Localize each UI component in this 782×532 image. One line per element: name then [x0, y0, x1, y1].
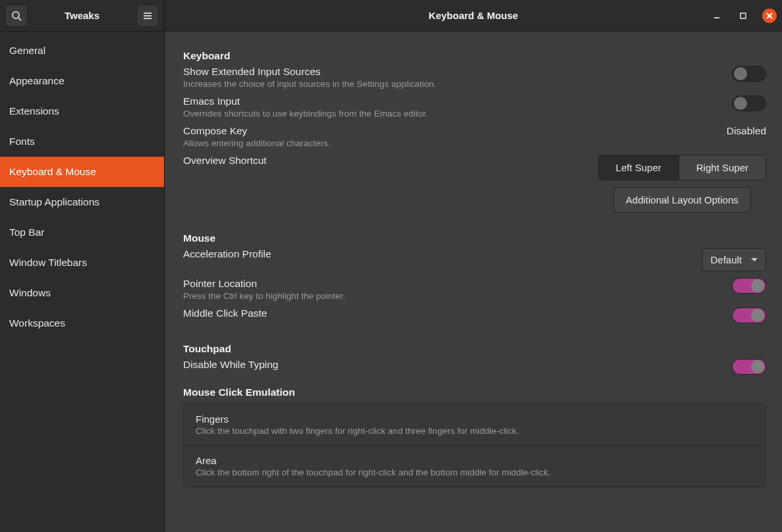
app-title: Tweaks: [33, 10, 131, 21]
pointer-location-switch[interactable]: [732, 278, 766, 294]
section-keyboard-title: Keyboard: [183, 50, 766, 62]
extended-input-sources-title: Show Extended Input Sources: [183, 66, 721, 78]
pointer-location-title: Pointer Location: [183, 278, 721, 290]
chevron-down-icon: [751, 258, 758, 261]
middle-click-paste-switch[interactable]: [732, 307, 766, 323]
click-emulation-option-desc: Click the bottom right of the touchpad f…: [196, 467, 754, 477]
click-emulation-fingers[interactable]: FingersClick the touchpad with two finge…: [184, 404, 766, 446]
middle-click-paste-title: Middle Click Paste: [183, 307, 721, 319]
search-icon: [11, 11, 22, 21]
svg-line-1: [18, 18, 21, 20]
disable-while-typing-title: Disable While Typing: [183, 359, 721, 371]
overview-shortcut-right-super[interactable]: Right Super: [679, 155, 766, 180]
click-emulation-area[interactable]: AreaClick the bottom right of the touchp…: [184, 446, 766, 487]
mouse-click-emulation-title: Mouse Click Emulation: [183, 386, 766, 398]
maximize-icon: [739, 12, 747, 20]
sidebar-item-keyboard-mouse[interactable]: Keyboard & Mouse: [0, 157, 164, 187]
section-touchpad-title: Touchpad: [183, 343, 766, 355]
overview-shortcut-segmented: Left Super Right Super: [598, 155, 766, 180]
svg-point-0: [13, 12, 19, 18]
compose-key-desc: Allows entering additional characters.: [183, 138, 716, 148]
hamburger-icon: [142, 11, 153, 21]
window-maximize-button[interactable]: [736, 9, 750, 23]
sidebar-item-windows[interactable]: Windows: [0, 278, 164, 308]
sidebar-item-top-bar[interactable]: Top Bar: [0, 217, 164, 248]
sidebar: GeneralAppearanceExtensionsFontsKeyboard…: [0, 32, 165, 532]
search-button[interactable]: [5, 5, 28, 27]
window-close-button[interactable]: [762, 9, 777, 23]
emacs-input-title: Emacs Input: [183, 95, 721, 107]
compose-key-value[interactable]: Disabled: [727, 125, 766, 137]
svg-rect-6: [740, 13, 746, 18]
acceleration-profile-value: Default: [710, 254, 742, 265]
overview-shortcut-title: Overview Shortcut: [183, 155, 588, 167]
overview-shortcut-left-super[interactable]: Left Super: [599, 155, 679, 180]
disable-while-typing-switch[interactable]: [732, 359, 766, 375]
sidebar-item-appearance[interactable]: Appearance: [0, 66, 164, 96]
sidebar-item-general[interactable]: General: [0, 36, 164, 66]
extended-input-sources-desc: Increases the choice of input sources in…: [183, 79, 721, 89]
pointer-location-desc: Press the Ctrl key to highlight the poin…: [183, 291, 721, 301]
section-mouse-title: Mouse: [183, 232, 766, 244]
close-icon: [766, 12, 773, 20]
minimize-icon: [713, 12, 721, 20]
sidebar-item-window-titlebars[interactable]: Window Titlebars: [0, 248, 164, 278]
sidebar-item-workspaces[interactable]: Workspaces: [0, 308, 164, 338]
additional-layout-options-button[interactable]: Additional Layout Options: [613, 187, 751, 213]
emacs-input-switch[interactable]: [732, 95, 766, 111]
sidebar-item-fonts[interactable]: Fonts: [0, 126, 164, 157]
page-title: Keyboard & Mouse: [165, 10, 782, 21]
sidebar-item-extensions[interactable]: Extensions: [0, 96, 164, 126]
compose-key-title: Compose Key: [183, 125, 716, 137]
emacs-input-desc: Overrides shortcuts to use keybindings f…: [183, 109, 721, 119]
mouse-click-emulation-panel: FingersClick the touchpad with two finge…: [183, 404, 766, 487]
extended-input-sources-switch[interactable]: [732, 66, 766, 82]
acceleration-profile-dropdown[interactable]: Default: [702, 248, 766, 271]
click-emulation-option-title: Fingers: [196, 413, 754, 425]
acceleration-profile-title: Acceleration Profile: [183, 248, 691, 260]
content: Keyboard Show Extended Input Sources Inc…: [165, 32, 782, 532]
window-minimize-button[interactable]: [710, 9, 724, 23]
app-menu-button[interactable]: [136, 5, 159, 27]
click-emulation-option-desc: Click the touchpad with two fingers for …: [196, 426, 754, 436]
click-emulation-option-title: Area: [196, 455, 754, 466]
sidebar-item-startup-applications[interactable]: Startup Applications: [0, 187, 164, 217]
